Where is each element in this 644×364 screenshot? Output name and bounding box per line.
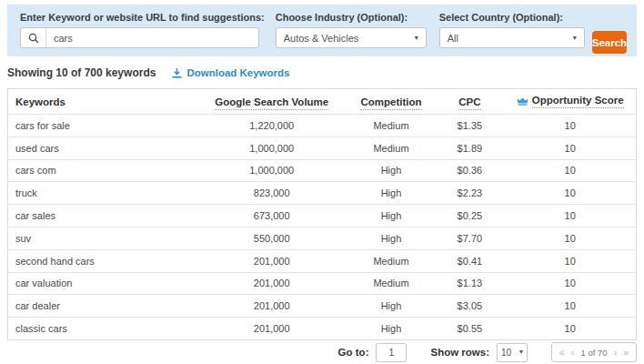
industry-field-label: Choose Industry (Optional):: [276, 12, 427, 23]
goto-page-input[interactable]: [376, 343, 407, 362]
table-row[interactable]: classic cars 201,000 High $0.55 10: [8, 318, 637, 340]
keyword-cell: second hand cars: [8, 249, 196, 272]
opportunity-score-cell: 10: [504, 227, 636, 249]
download-icon: [172, 68, 182, 78]
keyword-cell: cars com: [8, 159, 196, 182]
pagination-next-button[interactable]: ›: [614, 348, 618, 358]
table-row[interactable]: used cars 1,000,000 Medium $1.89 10: [8, 136, 637, 159]
cpc-cell: $0.41: [435, 249, 504, 272]
country-select-value: All: [448, 33, 458, 44]
competition-cell: High: [347, 182, 436, 205]
table-row[interactable]: second hand cars 201,000 Medium $0.41 10: [8, 249, 637, 272]
cpc-cell: $1.89: [435, 136, 504, 159]
show-rows-label: Show rows:: [430, 347, 489, 358]
keyword-cell: car sales: [8, 205, 196, 228]
competition-cell: Medium: [347, 272, 436, 295]
country-field-label: Select Country (Optional):: [439, 12, 585, 23]
column-header-opportunity-score[interactable]: Opportunity Score: [504, 89, 636, 115]
industry-field-group: Choose Industry (Optional): Autos & Vehi…: [276, 12, 427, 48]
pagination: « ‹ 1 of 70 › »: [551, 342, 637, 362]
search-volume-cell: 201,000: [196, 318, 347, 340]
table-header: Keywords Google Search Volume Competitio…: [8, 89, 637, 115]
column-header-keywords: Keywords: [8, 89, 196, 115]
search-icon: [21, 28, 46, 47]
search-button[interactable]: Search: [592, 31, 627, 54]
competition-cell: High: [347, 318, 436, 340]
column-header-cpc[interactable]: CPC: [435, 89, 504, 115]
search-volume-cell: 823,000: [196, 182, 347, 205]
competition-cell: Medium: [347, 136, 436, 159]
table-row[interactable]: car valuation 201,000 Medium $1.13 10: [8, 272, 637, 295]
column-header-competition[interactable]: Competition: [347, 89, 436, 115]
cpc-cell: $7.70: [435, 227, 504, 249]
opportunity-score-cell: 10: [504, 295, 636, 318]
cpc-cell: $1.13: [435, 272, 504, 295]
opportunity-score-cell: 10: [504, 272, 636, 295]
column-header-search-volume[interactable]: Google Search Volume: [196, 89, 347, 115]
opportunity-score-cell: 10: [504, 205, 636, 228]
search-volume-cell: 201,000: [196, 272, 347, 295]
search-volume-cell: 673,000: [196, 205, 347, 228]
search-volume-cell: 1,000,000: [196, 136, 347, 159]
keyword-cell: classic cars: [8, 318, 196, 340]
competition-cell: High: [347, 159, 436, 182]
competition-cell: High: [347, 227, 436, 249]
search-volume-cell: 201,000: [196, 249, 347, 272]
table-row[interactable]: suv 550,000 High $7.70 10: [8, 227, 637, 249]
keyword-cell: truck: [8, 182, 196, 205]
search-toolbar: Enter Keyword or website URL to find sug…: [7, 5, 637, 56]
show-rows-select[interactable]: 10 ▾: [497, 343, 528, 362]
keyword-field-group: Enter Keyword or website URL to find sug…: [20, 12, 265, 48]
search-volume-cell: 550,000: [196, 227, 347, 249]
keyword-cell: suv: [8, 227, 196, 249]
opportunity-score-cell: 10: [504, 182, 636, 205]
industry-select[interactable]: Autos & Vehicles ▾: [276, 27, 427, 48]
keywords-table: Keywords Google Search Volume Competitio…: [7, 88, 637, 340]
country-select[interactable]: All ▾: [439, 27, 585, 48]
results-count-text: Showing 10 of 700 keywords: [7, 66, 156, 79]
opportunity-score-cell: 10: [504, 318, 636, 340]
table-row[interactable]: truck 823,000 High $2.23 10: [8, 182, 637, 205]
keyword-input[interactable]: [46, 28, 258, 47]
table-row[interactable]: car sales 673,000 High $0.25 10: [8, 205, 637, 228]
keyword-cell: cars for sale: [8, 115, 196, 137]
download-keywords-label: Download Keywords: [186, 67, 289, 78]
competition-cell: High: [347, 205, 436, 228]
keyword-cell: car valuation: [8, 272, 196, 295]
opportunity-score-cell: 10: [504, 159, 636, 182]
pagination-first-button[interactable]: «: [559, 348, 565, 358]
cpc-cell: $0.36: [435, 159, 504, 182]
competition-cell: Medium: [347, 115, 436, 137]
keyword-cell: used cars: [8, 136, 196, 159]
cpc-cell: $3.05: [435, 295, 504, 318]
search-volume-cell: 1,220,000: [196, 115, 347, 137]
table-row[interactable]: cars com 1,000,000 High $0.36 10: [8, 159, 637, 182]
competition-cell: High: [347, 295, 436, 318]
keyword-input-group: [20, 27, 259, 48]
cpc-cell: $2.23: [435, 182, 504, 205]
chevron-down-icon: ▾: [519, 349, 523, 356]
table-row[interactable]: car dealer 201,000 High $3.05 10: [8, 295, 637, 318]
keyword-field-label: Enter Keyword or website URL to find sug…: [20, 12, 265, 23]
cpc-cell: $0.25: [435, 205, 504, 228]
cpc-cell: $0.55: [435, 318, 504, 340]
table-header-row: Keywords Google Search Volume Competitio…: [8, 89, 637, 115]
industry-select-value: Autos & Vehicles: [284, 33, 359, 44]
opportunity-score-cell: 10: [504, 249, 636, 272]
keyword-tool-page: Enter Keyword or website URL to find sug…: [0, 0, 644, 364]
goto-label: Go to:: [338, 347, 369, 358]
search-volume-cell: 1,000,000: [196, 159, 347, 182]
results-bar: Showing 10 of 700 keywords Download Keyw…: [7, 66, 290, 79]
table-row[interactable]: cars for sale 1,220,000 Medium $1.35 10: [8, 115, 637, 137]
download-keywords-link[interactable]: Download Keywords: [172, 67, 289, 78]
country-field-group: Select Country (Optional): All ▾: [439, 12, 585, 48]
pagination-last-button[interactable]: »: [623, 348, 629, 358]
opportunity-score-cell: 10: [504, 115, 636, 137]
opportunity-score-cell: 10: [504, 136, 636, 159]
table-body: cars for sale 1,220,000 Medium $1.35 10 …: [8, 115, 637, 340]
pagination-prev-button[interactable]: ‹: [571, 348, 575, 358]
table-footer: Go to: Show rows: 10 ▾ « ‹ 1 of 70 › »: [0, 342, 637, 362]
crown-icon: [517, 97, 528, 106]
show-rows-value: 10: [501, 348, 511, 358]
pagination-page-label: 1 of 70: [580, 348, 607, 358]
